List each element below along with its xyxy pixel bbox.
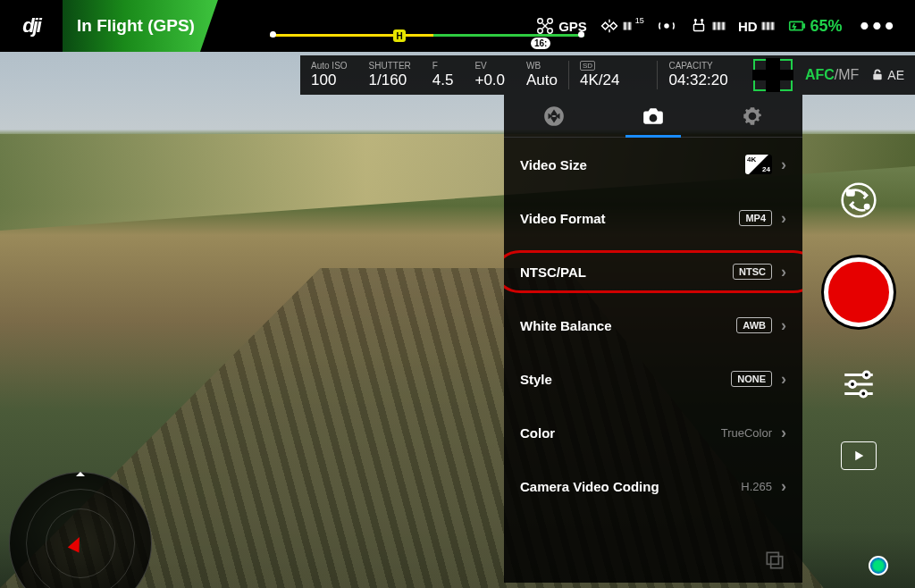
chevron-right-icon: › (781, 424, 786, 442)
param-shutter[interactable]: SHUTTER 1/160 (358, 61, 422, 89)
svg-rect-11 (802, 24, 804, 28)
svg-point-9 (701, 20, 703, 21)
tab-video[interactable] (603, 95, 702, 137)
row-label: Video Size (520, 157, 587, 172)
satellite-bars: ⦀⦀ (623, 20, 632, 32)
chevron-right-icon: › (781, 370, 786, 389)
row-value: MP4 (739, 210, 772, 226)
camera-settings-button[interactable] (837, 363, 880, 406)
svg-point-16 (865, 205, 869, 208)
dji-logo: dji (0, 14, 63, 38)
svg-rect-13 (767, 552, 778, 564)
row-value: AWB (736, 317, 772, 333)
row-value: TrueColor (721, 426, 772, 440)
row-label: Style (520, 372, 552, 387)
row-label: Color (520, 425, 555, 441)
svg-rect-10 (789, 21, 802, 29)
radar-north-tick (76, 467, 85, 476)
satellite-count: 15 (635, 16, 644, 25)
param-resolution[interactable]: SD 4K/24 (568, 61, 630, 89)
row-video-format[interactable]: Video Format MP4 › (504, 191, 802, 245)
ae-lock-button[interactable]: AE (871, 68, 904, 82)
chevron-right-icon: › (781, 209, 786, 228)
hd-signal-bars: ⦀⦀⦀ (761, 20, 775, 32)
battery-icon[interactable]: 65% (787, 16, 843, 36)
satellite-icon[interactable]: ⦀⦀ 15 (600, 16, 644, 36)
row-color[interactable]: Color TrueColor › (504, 406, 802, 459)
radar-heading-arrow (68, 528, 88, 552)
param-iso[interactable]: Auto ISO 100 (300, 61, 358, 89)
svg-point-15 (843, 184, 876, 217)
rc-signal-bars: ⦀⦀⦀ (712, 20, 726, 32)
svg-rect-7 (693, 24, 703, 30)
row-value: NONE (731, 371, 772, 387)
playback-button[interactable] (841, 441, 877, 470)
svg-point-8 (694, 20, 696, 21)
right-controls (802, 107, 915, 588)
row-label: Camera Video Coding (520, 479, 659, 494)
svg-point-1 (548, 19, 553, 24)
row-white-balance[interactable]: White Balance AWB › (504, 298, 802, 352)
flight-status[interactable]: In Flight (GPS) (63, 0, 218, 52)
svg-rect-14 (771, 557, 783, 568)
rc-signal-icon[interactable]: ⦀⦀⦀ (689, 16, 726, 36)
row-label: White Balance (520, 318, 612, 333)
focus-mode-toggle[interactable]: AFC/MF (805, 67, 859, 83)
tab-settings[interactable] (703, 95, 802, 137)
row-video-size[interactable]: Video Size 4K 24 › (504, 138, 802, 191)
svg-rect-4 (601, 22, 609, 29)
param-capacity: CAPACITY 04:32:20 (657, 61, 738, 89)
hd-signal-icon[interactable]: HD ⦀⦀⦀ (738, 19, 775, 34)
svg-rect-17 (847, 190, 853, 196)
more-menu-icon[interactable]: ••• (860, 12, 897, 40)
chevron-right-icon: › (781, 477, 786, 496)
hd-label: HD (738, 19, 758, 34)
camera-params-bar[interactable]: Auto ISO 100 SHUTTER 1/160 F 4.5 EV +0.0… (300, 55, 915, 95)
timeline-time-marker: 16: (531, 38, 550, 49)
svg-point-3 (548, 29, 553, 34)
svg-point-19 (850, 382, 856, 388)
photo-video-switch-button[interactable] (837, 179, 880, 222)
row-style[interactable]: Style NONE › (504, 352, 802, 406)
svg-point-0 (538, 19, 543, 24)
row-ntsc-pal[interactable]: NTSC/PAL NTSC › (504, 245, 802, 298)
record-button[interactable] (824, 257, 894, 327)
focus-frame-button[interactable] (753, 59, 793, 91)
chevron-right-icon: › (781, 155, 786, 174)
svg-rect-12 (874, 74, 882, 80)
row-video-coding[interactable]: Camera Video Coding H.265 › (504, 459, 802, 513)
row-label: Video Format (520, 211, 606, 226)
param-wb[interactable]: WB Auto (516, 61, 568, 89)
settings-list: Video Size 4K 24 › Video Format MP4 › NT… (504, 138, 802, 583)
row-label: NTSC/PAL (520, 265, 586, 280)
row-value: H.265 (741, 480, 772, 493)
battery-timeline (270, 34, 584, 37)
settings-tabs (504, 95, 802, 138)
chevron-right-icon: › (781, 316, 786, 335)
param-ev[interactable]: EV +0.0 (464, 61, 516, 89)
obstacle-sensing-icon[interactable] (657, 16, 676, 36)
svg-rect-5 (610, 22, 617, 29)
camera-settings-panel: Video Size 4K 24 › Video Format MP4 › NT… (504, 95, 802, 583)
top-bar: dji In Flight (GPS) GPS ⦀⦀ 15 ⦀⦀⦀ HD ⦀⦀⦀… (0, 0, 915, 52)
svg-point-20 (860, 391, 867, 397)
chevron-right-icon: › (781, 263, 786, 281)
layers-icon[interactable] (763, 549, 786, 575)
svg-point-18 (863, 372, 869, 378)
battery-percentage: 65% (810, 17, 843, 36)
param-aperture[interactable]: F 4.5 (422, 61, 465, 89)
svg-point-2 (538, 29, 543, 34)
tab-aperture[interactable] (504, 95, 603, 137)
home-point-marker: H (393, 29, 406, 42)
svg-point-6 (664, 23, 669, 29)
video-size-badge-icon: 4K 24 (745, 155, 772, 174)
row-value: NTSC (733, 264, 772, 280)
